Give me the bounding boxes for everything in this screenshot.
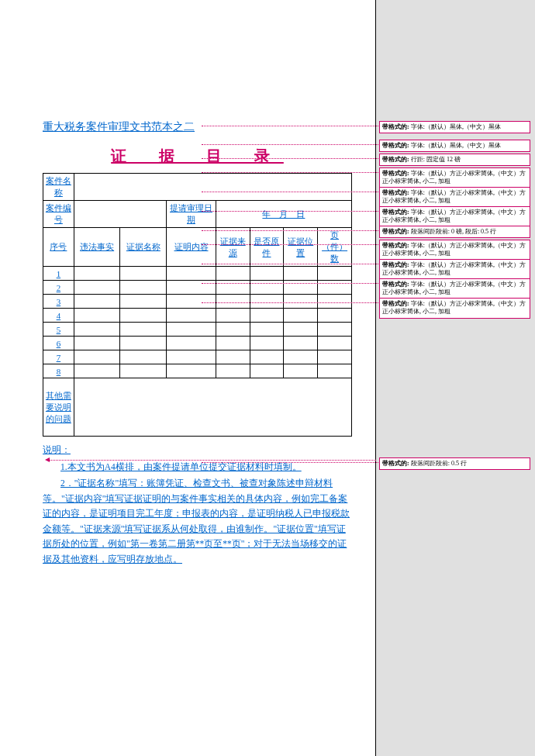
col-seq: 序号 [43, 228, 74, 267]
row-1: 1 [43, 267, 74, 281]
leader-line [202, 192, 378, 192]
submit-date-label: 提请审理日期 [167, 201, 216, 228]
col-source: 证据来源 [216, 228, 250, 267]
leader-line [202, 126, 378, 126]
annotations-sidebar: 带格式的: 字体:（默认）黑体,（中文）黑体带格式的: 字体:（默认）黑体,（中… [376, 0, 535, 756]
row-6: 6 [43, 337, 74, 350]
row-8: 8 [43, 364, 74, 378]
col-pages: 页（件）数 [318, 228, 352, 267]
evidence-table: 案件名称 案件编号提请审理日期年 月 日 序号 违法事实 证据名称 证明内容 证… [43, 173, 352, 437]
leader-line [202, 172, 378, 173]
leader-line [50, 460, 376, 461]
format-annotation: 带格式的: 行距: 固定值 12 磅 [379, 154, 530, 166]
other-label: 其他需要说明的问题 [43, 378, 74, 437]
row-7: 7 [43, 350, 74, 364]
leader-line [202, 264, 378, 264]
format-annotation: 带格式的: 字体:（默认）黑体,（中文）黑体 [379, 121, 530, 133]
case-name-label: 案件名称 [43, 174, 74, 201]
notes-label: 说明： [43, 443, 352, 458]
format-annotation: 带格式的: 字体:（默认）方正小标宋简体,（中文）方正小标宋简体, 小二, 加粗 [379, 278, 530, 299]
format-annotation: 带格式的: 段落间距段前: 0 磅, 段后: 0.5 行 [379, 226, 530, 238]
leader-line [202, 230, 378, 231]
note-2: 2．"证据名称"填写：账簿凭证、检查文书、被查对象陈述申辩材料等。"证据内容"填… [43, 476, 352, 567]
format-annotation: 带格式的: 字体:（默认）方正小标宋简体,（中文）方正小标宋简体, 小二, 加粗 [379, 259, 530, 280]
leader-line [202, 302, 378, 303]
leader-line [202, 211, 378, 212]
leader-line [202, 158, 378, 159]
leader-line [202, 283, 378, 284]
row-4: 4 [43, 309, 74, 323]
col-loc: 证据位置 [284, 228, 318, 267]
row-2: 2 [43, 281, 74, 295]
leader-line [202, 462, 378, 463]
other-cell [74, 378, 351, 437]
format-annotation: 带格式的: 字体:（默认）方正小标宋简体,（中文）方正小标宋简体, 小二, 加粗 [379, 240, 530, 261]
format-annotation: 带格式的: 字体:（默认）黑体,（中文）黑体 [379, 140, 530, 152]
format-annotation: 带格式的: 字体:（默认）方正小标宋简体,（中文）方正小标宋简体, 小二, 加粗 [379, 187, 530, 208]
leader-line [202, 144, 378, 145]
format-annotation: 带格式的: 字体:（默认）方正小标宋简体,（中文）方正小标宋简体, 小二, 加粗 [379, 298, 530, 319]
format-annotation: 带格式的: 字体:（默认）方正小标宋简体,（中文）方正小标宋简体, 小二, 加粗 [379, 206, 530, 227]
col-fact: 违法事实 [74, 228, 120, 267]
format-annotation: 带格式的: 字体:（默认）方正小标宋简体,（中文）方正小标宋简体, 小二, 加粗 [379, 167, 530, 188]
col-evname: 证据名称 [120, 228, 167, 267]
date-cell: 年 月 日 [216, 201, 351, 228]
case-no-label: 案件编号 [43, 201, 74, 228]
leader-line [202, 244, 378, 245]
col-content: 证明内容 [167, 228, 216, 267]
col-orig: 是否原件 [250, 228, 284, 267]
row-3: 3 [43, 295, 74, 309]
main-title: 证 据 目 录 [43, 146, 352, 167]
document-subtitle: 重大税务案件审理文书范本之二 [43, 120, 352, 134]
document-page: 重大税务案件审理文书范本之二 证 据 目 录 案件名称 案件编号提请审理日期年 … [0, 0, 376, 756]
row-5: 5 [43, 323, 74, 337]
format-annotation: 带格式的: 段落间距段前: 0.5 行 [379, 457, 530, 470]
case-name-cell [74, 174, 351, 201]
case-no-cell [74, 201, 166, 228]
